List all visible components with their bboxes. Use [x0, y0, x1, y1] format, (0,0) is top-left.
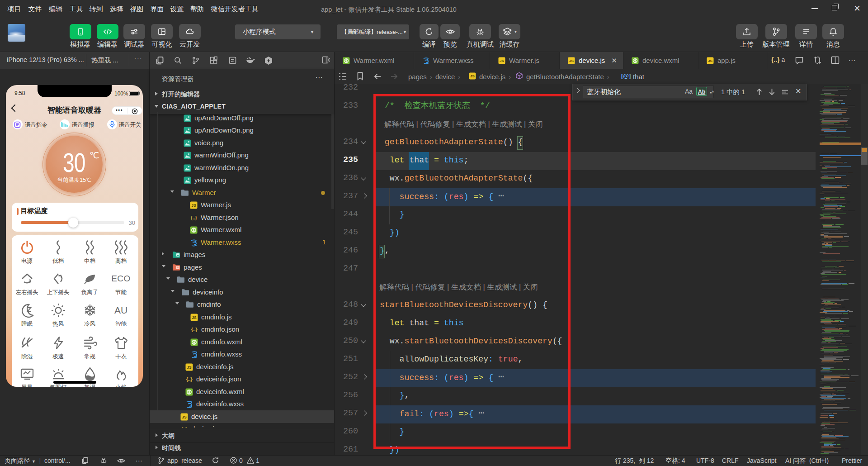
svg-text:JS: JS — [191, 203, 196, 208]
svg-text:JS: JS — [569, 59, 574, 63]
svg-text:JS: JS — [708, 59, 712, 63]
svg-text:JS: JS — [470, 74, 475, 78]
svg-text:JS: JS — [500, 59, 504, 63]
svg-text:JS: JS — [182, 415, 187, 419]
svg-text:JS: JS — [187, 365, 192, 370]
svg-text:JS: JS — [192, 315, 197, 320]
